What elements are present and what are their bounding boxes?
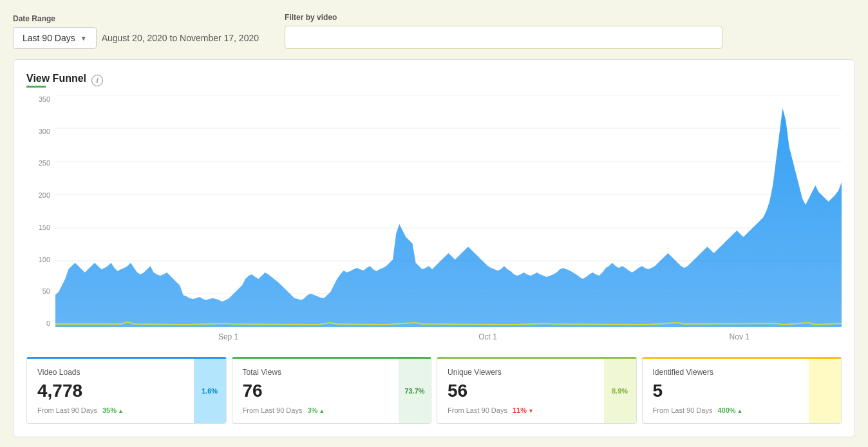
info-icon[interactable]: i xyxy=(91,75,103,86)
metric-video-loads: Video Loads 4,778 From Last 90 Days 35% … xyxy=(26,357,227,424)
chart-title-underline xyxy=(26,86,46,88)
y-label-150: 150 xyxy=(39,224,50,231)
metric-value-video-loads: 4,778 xyxy=(37,381,216,401)
chart-container: 350 300 250 200 150 100 50 0 xyxy=(26,95,842,347)
chart-x-labels: Sep 1 Oct 1 Nov 1 xyxy=(55,327,842,347)
metric-bar-total-views: 73.7% xyxy=(399,359,431,423)
metric-total-views: Total Views 76 From Last 90 Days 3% 73.7… xyxy=(232,357,432,424)
y-label-250: 250 xyxy=(39,159,50,167)
metric-footer-total-views: From Last 90 Days 3% xyxy=(243,406,421,414)
y-label-50: 50 xyxy=(42,287,50,295)
y-label-100: 100 xyxy=(39,256,50,263)
date-range-select: Last 90 Days ▼ August 20, 2020 to Novemb… xyxy=(13,27,259,49)
metric-footer-label-total-views: From Last 90 Days xyxy=(243,406,303,414)
date-range-value: Last 90 Days xyxy=(23,33,75,43)
metric-footer-identified-viewers: From Last 90 Days 400% xyxy=(653,406,831,414)
chart-title-wrapper: View Funnel xyxy=(26,73,86,88)
main-card: View Funnel i 350 300 250 200 150 100 50… xyxy=(13,59,855,437)
y-label-350: 350 xyxy=(39,95,50,103)
chart-area-blue xyxy=(55,108,842,327)
metric-change-identified-viewers: 400% xyxy=(717,406,742,414)
metric-bar-identified-viewers xyxy=(809,359,841,423)
metric-name-unique-viewers: Unique Viewers xyxy=(448,368,626,377)
metric-change-video-loads: 35% xyxy=(102,406,124,414)
metric-value-unique-viewers: 56 xyxy=(448,381,626,401)
metric-footer-label-identified-viewers: From Last 90 Days xyxy=(653,406,713,414)
y-label-0: 0 xyxy=(46,319,50,327)
metric-name-total-views: Total Views xyxy=(243,368,421,377)
metric-change-unique-viewers: 11% xyxy=(513,406,534,414)
chart-title: View Funnel xyxy=(26,73,86,84)
metric-footer-video-loads: From Last 90 Days 35% xyxy=(37,406,216,414)
x-label-nov1: Nov 1 xyxy=(730,332,750,341)
metric-footer-unique-viewers: From Last 90 Days 11% xyxy=(448,406,626,414)
chart-y-axis: 350 300 250 200 150 100 50 0 xyxy=(26,95,55,327)
metric-footer-label-unique-viewers: From Last 90 Days xyxy=(448,406,507,414)
date-range-button[interactable]: Last 90 Days ▼ xyxy=(13,27,97,49)
metric-unique-viewers: Unique Viewers 56 From Last 90 Days 11% … xyxy=(437,357,637,424)
y-label-200: 200 xyxy=(39,191,50,199)
date-range-group: Date Range Last 90 Days ▼ August 20, 202… xyxy=(13,14,259,49)
metric-value-total-views: 76 xyxy=(243,381,421,401)
metric-bar-unique-viewers: 8.9% xyxy=(604,359,636,423)
area-chart-svg xyxy=(55,95,842,327)
chart-area xyxy=(55,95,842,327)
x-label-oct1: Oct 1 xyxy=(478,332,497,341)
filter-label: Filter by video xyxy=(285,13,722,22)
metric-identified-viewers: Identified Viewers 5 From Last 90 Days 4… xyxy=(642,357,842,424)
filter-group: Filter by video xyxy=(285,13,722,49)
metric-footer-label-video-loads: From Last 90 Days xyxy=(37,406,97,414)
date-range-text: August 20, 2020 to November 17, 2020 xyxy=(102,33,259,43)
filter-input[interactable] xyxy=(285,26,722,49)
metrics-row: Video Loads 4,778 From Last 90 Days 35% … xyxy=(26,357,842,424)
metric-value-identified-viewers: 5 xyxy=(653,381,831,401)
metric-name-identified-viewers: Identified Viewers xyxy=(653,368,831,377)
metric-name-video-loads: Video Loads xyxy=(37,368,216,377)
chart-header: View Funnel i xyxy=(26,73,842,88)
chevron-down-icon: ▼ xyxy=(80,35,87,42)
date-range-label: Date Range xyxy=(13,14,259,23)
top-controls: Date Range Last 90 Days ▼ August 20, 202… xyxy=(13,13,855,49)
metric-bar-video-loads: 1.6% xyxy=(194,359,226,423)
x-label-sep1: Sep 1 xyxy=(218,332,238,341)
y-label-300: 300 xyxy=(39,128,50,135)
metric-change-total-views: 3% xyxy=(307,406,325,414)
